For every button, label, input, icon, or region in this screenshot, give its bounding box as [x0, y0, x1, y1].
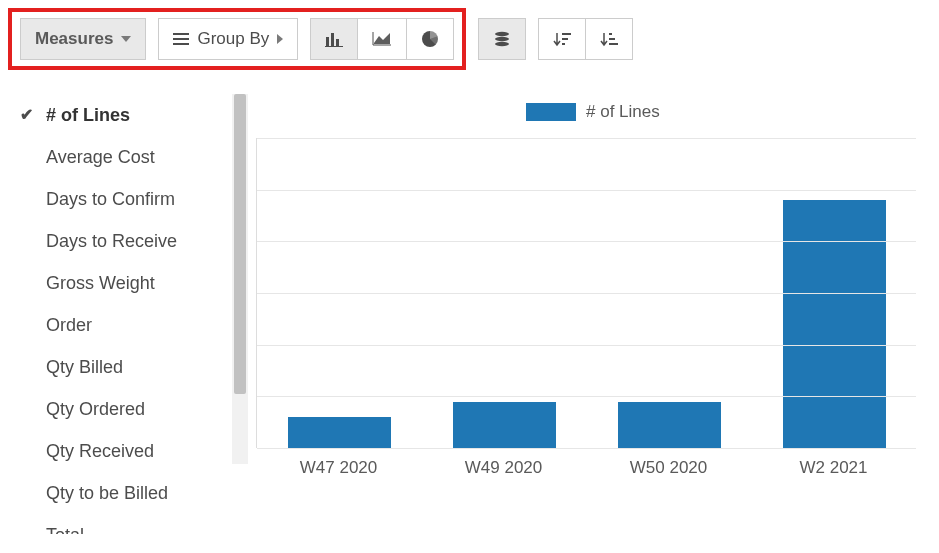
- bar[interactable]: [453, 402, 555, 449]
- measures-panel: # of LinesAverage CostDays to ConfirmDay…: [8, 94, 248, 534]
- chart-type-group: [310, 18, 454, 60]
- caret-down-icon: [121, 36, 131, 42]
- scrollbar-thumb[interactable]: [234, 94, 246, 394]
- gridline: [257, 396, 916, 397]
- chart-area: # of Lines W47 2020W49 2020W50 2020W2 20…: [256, 118, 926, 508]
- measure-item[interactable]: Qty Ordered: [8, 388, 232, 430]
- svg-rect-3: [326, 37, 329, 46]
- bar[interactable]: [618, 402, 720, 449]
- gridline: [257, 190, 916, 191]
- pie-chart-icon: [421, 30, 439, 48]
- bar-chart-icon: [325, 31, 343, 47]
- measure-item[interactable]: Order: [8, 304, 232, 346]
- measures-list[interactable]: # of LinesAverage CostDays to ConfirmDay…: [8, 94, 232, 534]
- gridline: [257, 293, 916, 294]
- measures-button-label: Measures: [35, 29, 113, 49]
- svg-point-9: [495, 37, 509, 41]
- legend-label: # of Lines: [586, 102, 660, 122]
- svg-point-8: [495, 32, 509, 36]
- measures-button[interactable]: Measures: [20, 18, 146, 60]
- measure-item[interactable]: Qty Received: [8, 430, 232, 472]
- groupby-button-label: Group By: [197, 29, 269, 49]
- gridline: [257, 138, 916, 139]
- scrollbar[interactable]: [232, 94, 248, 464]
- measure-item[interactable]: Qty to be Billed: [8, 472, 232, 514]
- sort-group: [538, 18, 633, 60]
- groupby-button[interactable]: Group By: [158, 18, 298, 60]
- pie-chart-button[interactable]: [407, 18, 454, 60]
- svg-rect-4: [331, 33, 334, 46]
- x-axis: W47 2020W49 2020W50 2020W2 2021: [256, 458, 916, 478]
- legend[interactable]: # of Lines: [526, 102, 660, 122]
- view-mode-group: [478, 18, 526, 60]
- measure-item[interactable]: Average Cost: [8, 136, 232, 178]
- measure-item[interactable]: Gross Weight: [8, 262, 232, 304]
- measure-item[interactable]: Days to Receive: [8, 220, 232, 262]
- toolbar: Measures Group By: [8, 8, 633, 70]
- bar-chart-button[interactable]: [310, 18, 358, 60]
- x-tick: W49 2020: [421, 458, 586, 478]
- line-chart-button[interactable]: [358, 18, 407, 60]
- measure-item[interactable]: Qty Billed: [8, 346, 232, 388]
- sort-asc-icon: [600, 31, 618, 47]
- x-tick: W2 2021: [751, 458, 916, 478]
- measure-item[interactable]: Days to Confirm: [8, 178, 232, 220]
- line-chart-icon: [372, 31, 392, 47]
- gridline: [257, 345, 916, 346]
- gridline: [257, 448, 916, 449]
- stack-icon: [493, 31, 511, 47]
- svg-rect-5: [336, 39, 339, 46]
- stacked-button[interactable]: [478, 18, 526, 60]
- measure-item[interactable]: Total: [8, 514, 232, 534]
- bar[interactable]: [288, 417, 390, 448]
- list-icon: [173, 33, 189, 45]
- sort-desc-button[interactable]: [538, 18, 586, 60]
- x-tick: W50 2020: [586, 458, 751, 478]
- caret-right-icon: [277, 34, 283, 44]
- x-tick: W47 2020: [256, 458, 421, 478]
- measure-item[interactable]: # of Lines: [8, 94, 232, 136]
- svg-point-10: [495, 42, 509, 46]
- legend-swatch: [526, 103, 576, 121]
- highlight-annotation: Measures Group By: [8, 8, 466, 70]
- bar[interactable]: [783, 200, 885, 448]
- sort-asc-button[interactable]: [586, 18, 633, 60]
- sort-desc-icon: [553, 31, 571, 47]
- plot: [256, 138, 916, 448]
- gridline: [257, 241, 916, 242]
